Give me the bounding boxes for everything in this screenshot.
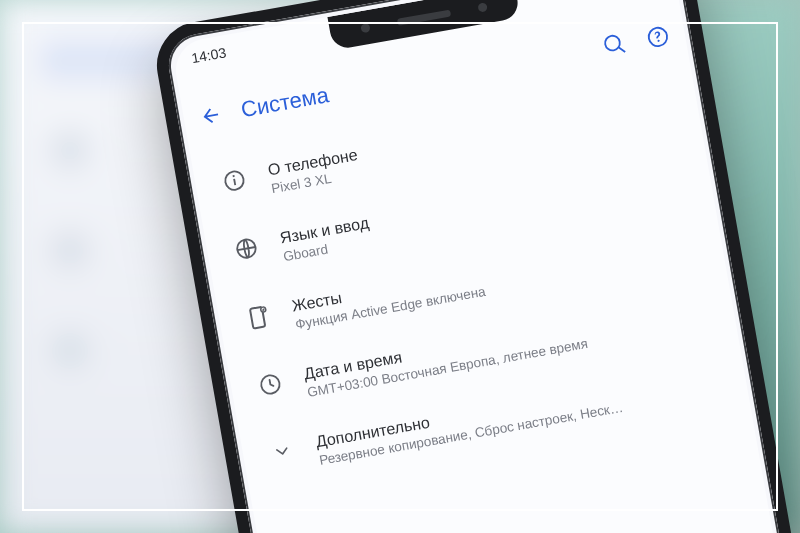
help-icon [645, 24, 670, 49]
search-button[interactable] [600, 29, 630, 59]
arrow-back-icon [198, 103, 223, 128]
globe-icon [234, 236, 259, 261]
photo-stage: 14:03 + 71 % Система [0, 0, 800, 533]
help-button[interactable] [643, 22, 673, 52]
svg-rect-3 [233, 175, 235, 177]
settings-list: О телефоне Pixel 3 XL Язык и ввод Gboard… [191, 71, 794, 533]
phone-gesture-icon [247, 304, 271, 331]
clock-icon [258, 371, 283, 396]
info-icon [222, 168, 247, 193]
search-icon [602, 32, 627, 57]
back-button[interactable] [196, 101, 226, 131]
chevron-down-icon [271, 439, 294, 462]
pixel-3-xl-device: 14:03 + 71 % Система [150, 0, 800, 533]
phone-screen: 14:03 + 71 % Система [171, 0, 794, 533]
status-time: 14:03 [190, 44, 227, 66]
svg-rect-2 [233, 179, 236, 186]
